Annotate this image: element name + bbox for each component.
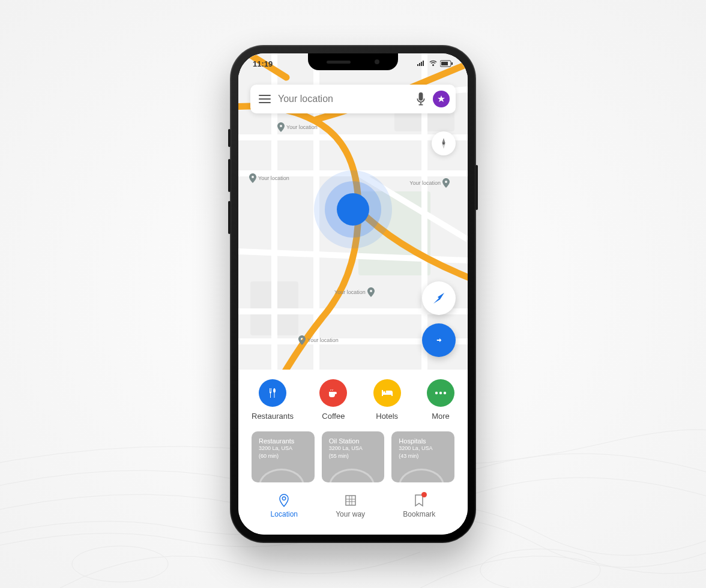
pin-icon <box>298 335 306 345</box>
navigate-arrow-icon <box>432 291 446 305</box>
pin-icon <box>442 178 450 188</box>
nav-your-way[interactable]: Your way <box>336 493 365 518</box>
mic-icon[interactable] <box>416 92 426 106</box>
menu-button[interactable] <box>259 95 271 103</box>
bottom-sheet: Restaurants Coffee Hotels <box>238 370 468 535</box>
svg-rect-12 <box>419 92 423 101</box>
wifi-icon <box>429 60 438 67</box>
map-pin-label[interactable]: Your location <box>249 173 289 183</box>
svg-point-15 <box>444 392 446 394</box>
svg-point-14 <box>439 392 442 394</box>
compass-button[interactable] <box>432 131 456 155</box>
search-input[interactable] <box>278 94 409 104</box>
nav-bookmark[interactable]: Bookmark <box>403 493 435 518</box>
compass-icon <box>437 137 450 150</box>
status-time: 11:19 <box>253 59 273 68</box>
dots-icon <box>427 379 454 407</box>
place-card[interactable]: Hospitals 3200 La, USA (43 min) <box>391 431 454 482</box>
category-more[interactable]: More <box>427 379 454 421</box>
cup-icon <box>319 379 347 407</box>
star-icon <box>438 95 445 103</box>
category-restaurants[interactable]: Restaurants <box>252 379 294 421</box>
pin-icon <box>277 493 291 508</box>
signal-icon <box>417 60 426 67</box>
category-row: Restaurants Coffee Hotels <box>252 379 454 421</box>
map-pin-label[interactable]: Your location <box>298 335 339 345</box>
current-location-marker <box>314 170 392 248</box>
bottom-nav: Location Your way Bookmark <box>252 490 454 527</box>
bed-icon <box>373 379 401 407</box>
fork-knife-icon <box>259 379 286 407</box>
map-pin-label[interactable]: Your location <box>277 122 318 132</box>
place-card[interactable]: Oil Station 3200 La, USA (55 min) <box>322 431 385 482</box>
pin-icon <box>249 173 256 183</box>
svg-rect-4 <box>451 62 453 65</box>
grid-icon <box>343 493 358 508</box>
directions-icon <box>431 332 447 348</box>
svg-rect-3 <box>441 62 448 65</box>
svg-point-11 <box>442 142 445 145</box>
place-card[interactable]: Restaurants 3200 La, USA (60 min) <box>252 431 315 482</box>
pin-icon <box>367 287 375 297</box>
search-bar[interactable] <box>250 85 456 113</box>
svg-point-13 <box>435 392 438 394</box>
recenter-button[interactable] <box>422 281 456 315</box>
phone-notch <box>308 53 398 70</box>
phone-screen: 11:19 <box>238 53 468 535</box>
map-pin-label[interactable]: Your location <box>334 287 375 297</box>
map-pin-label[interactable]: Your location <box>409 178 450 188</box>
svg-rect-16 <box>346 496 355 505</box>
phone-frame: 11:19 <box>230 45 476 543</box>
place-cards-row: Restaurants 3200 La, USA (60 min) Oil St… <box>252 431 454 482</box>
category-hotels[interactable]: Hotels <box>373 379 401 421</box>
profile-button[interactable] <box>433 91 450 107</box>
pin-icon <box>277 122 285 132</box>
category-coffee[interactable]: Coffee <box>319 379 347 421</box>
svg-point-1 <box>480 549 600 588</box>
nav-location[interactable]: Location <box>271 493 298 518</box>
directions-button[interactable] <box>422 323 456 357</box>
battery-icon <box>440 60 453 67</box>
